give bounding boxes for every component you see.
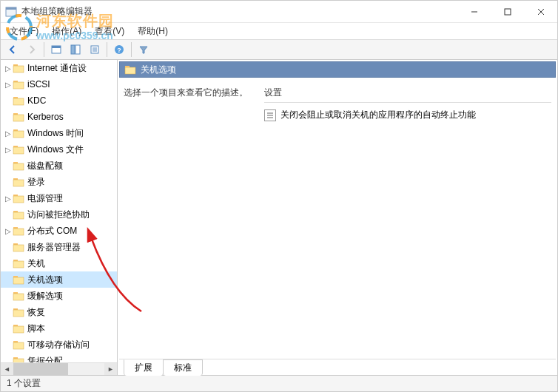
tree-list: ▷Internet 通信设▷iSCSIKDCKerberos▷Windows 时… [1,60,117,362]
folder-icon [13,322,24,334]
svg-rect-35 [13,196,24,203]
tree-item[interactable]: 缓解选项 [1,288,117,304]
tree-item-label: 访问被拒绝协助 [27,209,90,221]
svg-rect-25 [13,115,24,121]
tree-item-label: 分布式 COM [27,225,77,237]
menu-help[interactable]: 帮助(H) [132,24,174,39]
chevron-right-icon[interactable]: ▷ [4,227,13,235]
tree-item[interactable]: 凭据分配 [1,353,117,362]
menu-view[interactable]: 查看(V) [89,24,130,39]
svg-rect-53 [13,342,24,349]
tree-scroll[interactable]: ▷Internet 通信设▷iSCSIKDCKerberos▷Windows 时… [1,60,117,362]
svg-rect-51 [13,326,24,333]
folder-icon [13,225,24,237]
watermark-logo [4,13,35,42]
folder-icon [13,257,24,269]
content-body: 选择一个项目来查看它的描述。 设置 关闭会阻止或取消关机的应用程序的自动终止功能 [118,79,557,359]
folder-icon [13,176,24,188]
folder-icon [13,95,24,107]
hscroll-track[interactable] [13,363,104,376]
folder-icon [13,274,24,285]
tree-item-label: 关机 [27,257,45,270]
content-pane: 关机选项 选择一个项目来查看它的描述。 设置 关闭会阻止或取消关机的应用程序的自… [118,60,557,375]
tree-item-label: 恢复 [27,306,45,319]
folder-icon [13,78,24,90]
tree-item[interactable]: 访问被拒绝协助 [1,206,117,223]
toolbar-sep [107,42,107,57]
policy-icon [264,109,276,121]
forward-button[interactable] [23,41,41,58]
svg-rect-41 [13,245,24,251]
tree-item[interactable]: ▷Windows 文件 [1,141,117,158]
close-button[interactable] [524,1,557,22]
tree-item[interactable]: ▷分布式 COM [1,223,117,239]
tree-item[interactable]: ▷Windows 时间 [1,125,117,141]
folder-icon [13,143,24,155]
tree-item-label: 可移动存储访问 [27,339,90,351]
svg-rect-45 [13,277,24,284]
tab-standard[interactable]: 标准 [163,359,203,376]
minimize-button[interactable] [457,1,491,22]
tree-item[interactable]: 关机选项 [1,271,117,288]
statusbar: 1 个设置 [1,375,557,391]
chevron-right-icon[interactable]: ▷ [4,146,13,154]
tree-item-label: 服务器管理器 [27,241,81,254]
chevron-right-icon[interactable]: ▷ [4,195,13,203]
chevron-right-icon[interactable]: ▷ [4,64,13,72]
tree-item-label: 凭据分配 [27,355,63,363]
hscroll-right-button[interactable]: ► [104,363,117,376]
toolbar: ? [1,39,557,60]
tree-item-label: 登录 [27,176,45,189]
tree-item[interactable]: 可移动存储访问 [1,337,117,353]
svg-rect-11 [75,45,80,54]
svg-rect-29 [13,147,24,154]
tree-item-label: 缓解选项 [27,290,63,303]
back-button[interactable] [4,41,21,58]
menu-action[interactable]: 操作(A) [46,24,87,39]
folder-icon [124,64,136,75]
svg-rect-10 [71,45,75,54]
maximize-button[interactable] [491,1,524,22]
svg-rect-21 [13,82,24,89]
tree-item[interactable]: 关机 [1,255,117,271]
tab-extended[interactable]: 扩展 [124,359,164,376]
help-button[interactable]: ? [110,41,128,58]
tree-item[interactable]: ▷电源管理 [1,190,117,206]
tree-item-label: Windows 时间 [27,127,84,140]
tree-item-label: Windows 文件 [27,143,84,156]
tree-item[interactable]: 脚本 [1,320,117,337]
tree-hscrollbar[interactable]: ◄ ► [1,362,117,375]
filter-button[interactable] [135,41,152,58]
tree-item[interactable]: 磁盘配额 [1,158,117,174]
window-title: 本地组策略编辑器 [21,5,457,18]
up-button[interactable] [47,41,65,58]
svg-rect-23 [13,98,24,105]
export-list-button[interactable] [86,41,104,58]
setting-row[interactable]: 关闭会阻止或取消关机的应用程序的自动终止功能 [264,107,551,123]
tree-item-label: 关机选项 [27,274,63,286]
chevron-right-icon[interactable]: ▷ [4,129,13,138]
tree-item-label: KDC [27,95,46,106]
tree-item-label: 磁盘配额 [27,160,63,172]
toolbar-sep [131,42,132,57]
tree-item-label: 电源管理 [27,192,63,205]
content-header-title: 关机选项 [141,64,176,76]
folder-icon [13,192,24,204]
tree-pane: ▷Internet 通信设▷iSCSIKDCKerberos▷Windows 时… [1,60,118,375]
tree-item[interactable]: 登录 [1,174,117,190]
tree-item[interactable]: KDC [1,92,117,109]
svg-rect-3 [505,9,511,15]
show-hide-tree-button[interactable] [67,41,84,58]
tree-item[interactable]: 服务器管理器 [1,239,117,255]
tree-item-label: 脚本 [27,322,45,335]
tree-item[interactable]: 恢复 [1,304,117,320]
tree-item[interactable]: ▷Internet 通信设 [1,60,117,76]
tree-item[interactable]: Kerberos [1,109,117,125]
tree-item[interactable]: ▷iSCSI [1,76,117,92]
chevron-right-icon[interactable]: ▷ [4,81,13,89]
settings-column: 设置 关闭会阻止或取消关机的应用程序的自动终止功能 [264,87,551,351]
description-prompt: 选择一个项目来查看它的描述。 [124,87,249,99]
hscroll-left-button[interactable]: ◄ [1,363,13,376]
settings-header: 设置 [264,87,551,103]
hscroll-thumb[interactable] [13,363,68,376]
